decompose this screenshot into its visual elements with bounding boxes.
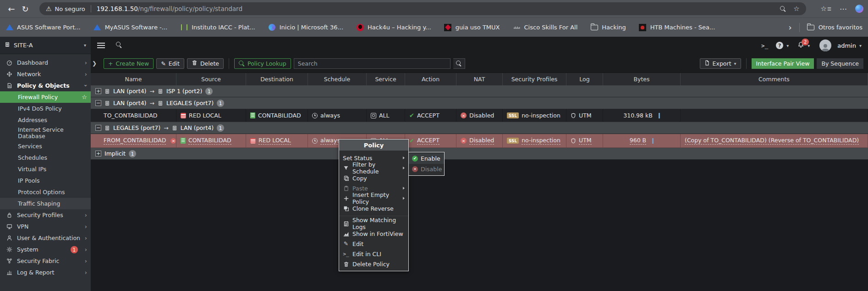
menu-item-filter-by-schedule[interactable]: Filter by Schedule: [339, 163, 408, 173]
delete-button[interactable]: Delete: [187, 58, 224, 69]
favorite-star-icon[interactable]: ☆: [793, 5, 799, 13]
favorites-bar-icon[interactable]: ☆☰: [821, 5, 831, 13]
bookmark-item[interactable]: Hack4u – Hacking y...: [356, 23, 431, 31]
trash-icon: [192, 60, 198, 67]
cell-text: UTM: [579, 112, 592, 119]
more-bookmarks-chevron-icon[interactable]: ›: [789, 22, 792, 32]
expand-icon[interactable]: +: [95, 88, 101, 94]
column-header-name[interactable]: Name: [91, 73, 176, 85]
notifications-bell-icon[interactable]: 2: [797, 41, 804, 50]
plus-icon: +: [108, 60, 113, 67]
sidebar-item-ipv4-dos-policy[interactable]: IPv4 DoS Policy: [0, 103, 91, 114]
menu-item-insert-empty-policy[interactable]: Insert Empty Policy: [339, 193, 408, 203]
interface-pair-group-row[interactable]: −LAN (port4)→LEGALES (port7)1: [91, 97, 868, 109]
sidebar-item-user-authentication[interactable]: User & Authentication›: [0, 232, 91, 244]
group-from-label: LAN (port4): [113, 100, 146, 106]
search-input[interactable]: [294, 58, 450, 69]
url-bar[interactable]: ⚠ No seguro 192.168.1.50 /ng/firewall/po…: [39, 2, 806, 15]
policy-lookup-button[interactable]: Policy Lookup: [234, 58, 291, 69]
column-header-source[interactable]: Source: [176, 73, 246, 85]
sidebar-item-services[interactable]: Services: [0, 140, 91, 152]
sidebar-item-policy-objects[interactable]: Policy & Objects›: [0, 80, 91, 91]
submenu-item-disable: ×Disable: [409, 164, 444, 174]
export-button[interactable]: Export ▾: [700, 58, 741, 69]
sidebar-item-log-report[interactable]: Log & Report›: [0, 267, 91, 278]
sidebar-item-security-fabric[interactable]: Security Fabric›: [0, 255, 91, 267]
column-header-comments[interactable]: Comments: [681, 73, 868, 85]
hamburger-icon[interactable]: [97, 45, 105, 46]
menu-item-show-matching-logs[interactable]: Show Matching Logs: [339, 218, 408, 229]
avatar[interactable]: [819, 39, 831, 51]
menu-item-delete-policy[interactable]: Delete Policy: [339, 259, 408, 269]
sidebar-item-traffic-shaping[interactable]: Traffic Shaping: [0, 198, 91, 209]
sidebar-item-dashboard[interactable]: Dashboard›: [0, 57, 91, 68]
bookmark-item[interactable]: Instituto IACC - Plat...: [180, 23, 255, 31]
interface-pair-view-toggle[interactable]: Interface Pair View: [752, 58, 814, 69]
menu-item-label: Clone Reverse: [352, 205, 394, 212]
policy-toolbar: ❯ + Create New ✎ Edit Delete Policy Look…: [91, 54, 868, 73]
sidebar-item-addresses[interactable]: Addresses: [0, 114, 91, 126]
submenu-item-enable[interactable]: ✔Enable: [409, 153, 444, 164]
bookmark-item[interactable]: ASUS Software Port...: [5, 23, 81, 31]
interface-pair-group-row[interactable]: −LEGALES (port7)→LAN (port4)1: [91, 122, 868, 134]
header-search-icon[interactable]: [116, 42, 122, 49]
bookmark-item[interactable]: Hacking: [590, 23, 626, 31]
security-label[interactable]: No seguro: [55, 6, 85, 12]
browser-menu-icon[interactable]: ⋯: [840, 5, 847, 13]
export-chevron-icon: ▾: [734, 61, 736, 66]
other-favorites[interactable]: Otros favoritos: [807, 23, 863, 31]
collapse-icon[interactable]: −: [95, 125, 101, 131]
bookmark-item[interactable]: Inicio | Microsoft 36...: [268, 23, 343, 31]
implicit-group-row[interactable]: +Implicit1: [91, 148, 868, 160]
column-header-security-profiles[interactable]: Security Profiles: [503, 73, 566, 85]
menu-item-show-in-fortiview[interactable]: Show in FortiView: [339, 229, 408, 239]
sidebar-item-security-profiles[interactable]: Security Profiles›: [0, 209, 91, 221]
collapse-icon[interactable]: −: [95, 100, 101, 106]
sidebar-collapse-icon[interactable]: ❯: [92, 60, 97, 67]
policy-row[interactable]: TO_CONTABILIDADRED LOCALCONTABILIDADalwa…: [91, 109, 868, 122]
bookmark-item[interactable]: Cisco Skills For All: [513, 23, 578, 31]
submenu-item-label: Enable: [421, 155, 440, 162]
refresh-icon[interactable]: ↻: [18, 4, 32, 14]
column-header-destination[interactable]: Destination: [246, 73, 308, 85]
sidebar-item-internet-service-database[interactable]: Internet Service Database: [0, 126, 91, 140]
create-new-button[interactable]: + Create New: [104, 58, 154, 69]
sidebar-item-vpn[interactable]: VPN›: [0, 221, 91, 232]
menu-item-label: Copy: [352, 175, 367, 182]
zoom-icon[interactable]: [780, 6, 786, 12]
interface-pair-group-row[interactable]: +LAN (port4)→ISP 1 (port2)1: [91, 85, 868, 97]
menu-item-edit-in-cli[interactable]: >_Edit in CLI: [339, 249, 408, 259]
sidebar-item-virtual-ips[interactable]: Virtual IPs: [0, 163, 91, 175]
sidebar-item-schedules[interactable]: Schedules: [0, 152, 91, 163]
policy-row[interactable]: FROM_CONTABILIDAD×CONTABILIDADRED LOCALa…: [91, 134, 868, 148]
menu-item-edit[interactable]: ✎Edit: [339, 239, 408, 249]
action-cell: ✔ACCEPT: [405, 109, 456, 122]
column-header-log[interactable]: Log: [566, 73, 603, 85]
bookmark-item[interactable]: HTB Machines - Sea...: [639, 23, 715, 31]
help-icon[interactable]: ?: [776, 42, 783, 49]
back-icon[interactable]: ←: [5, 4, 18, 14]
by-sequence-toggle[interactable]: By Sequence: [817, 58, 863, 69]
column-header-nat[interactable]: NAT: [456, 73, 503, 85]
vdom-selector[interactable]: SITE-A ▾: [0, 37, 91, 54]
sidebar-item-firewall-policy[interactable]: Firewall Policy☆: [0, 91, 91, 103]
cli-console-icon[interactable]: >_: [761, 42, 768, 49]
folder-icon: [590, 23, 598, 31]
sidebar-item-system[interactable]: System1›: [0, 244, 91, 255]
column-header-schedule[interactable]: Schedule: [308, 73, 367, 85]
sidebar-item-protocol-options[interactable]: Protocol Options: [0, 186, 91, 198]
column-header-bytes[interactable]: Bytes: [603, 73, 681, 85]
sidebar-item-network[interactable]: Network›: [0, 68, 91, 80]
expand-icon[interactable]: +: [95, 151, 101, 157]
bookmark-item[interactable]: guia uso TMUX: [444, 23, 500, 31]
sidebar-item-ip-pools[interactable]: IP Pools: [0, 175, 91, 186]
column-header-service[interactable]: Service: [367, 73, 405, 85]
admin-menu[interactable]: admin: [837, 42, 856, 49]
favorite-star-icon[interactable]: ☆: [82, 94, 87, 101]
app-header: >_ ? ▾ 2 ▾ admin ▾: [91, 37, 868, 54]
search-submit-button[interactable]: [453, 58, 465, 69]
copilot-icon[interactable]: [855, 5, 863, 13]
column-header-action[interactable]: Action: [405, 73, 456, 85]
edit-button[interactable]: ✎ Edit: [156, 58, 184, 69]
bookmark-item[interactable]: MyASUS Software -...: [93, 23, 167, 31]
